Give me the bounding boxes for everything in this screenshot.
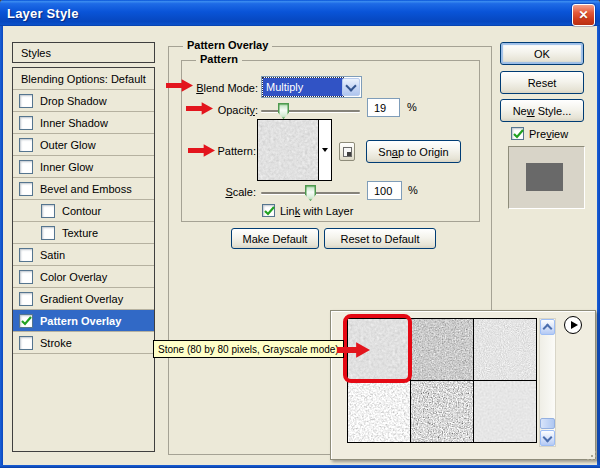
inner-shadow-checkbox[interactable] <box>19 116 33 130</box>
link-with-layer-checkbox[interactable] <box>262 204 275 217</box>
pattern-swatch-pale[interactable] <box>474 381 536 442</box>
pattern-swatch-dense-dark[interactable] <box>411 381 473 442</box>
chevron-down-icon <box>345 80 356 91</box>
opacity-input[interactable]: 19 <box>367 98 400 117</box>
window-title: Layer Style <box>7 6 79 21</box>
scroll-up-button[interactable] <box>540 319 555 335</box>
scale-unit: % <box>408 184 418 196</box>
new-preset-icon <box>343 147 352 157</box>
pattern-swatch-fine-light[interactable] <box>474 319 536 380</box>
scroll-up-icon <box>543 324 553 334</box>
resize-grip-icon[interactable] <box>587 451 589 453</box>
sidebar-item-label: Stroke <box>40 337 72 349</box>
sidebar-item-label: Bevel and Emboss <box>40 183 132 195</box>
picker-scrollbar[interactable] <box>539 318 556 447</box>
window-border-left <box>0 26 3 468</box>
pattern-swatch-rough-dark[interactable] <box>411 319 473 380</box>
new-pattern-preset-button[interactable] <box>339 142 355 161</box>
contour-checkbox[interactable] <box>41 204 55 218</box>
preview-label: Preview <box>529 128 568 140</box>
snap-to-origin-button[interactable]: Snap to Origin <box>366 140 461 163</box>
sidebar-item-stroke[interactable]: Stroke <box>13 332 154 354</box>
sidebar-item-outer-glow[interactable]: Outer Glow <box>13 134 154 156</box>
sidebar-item-pattern-overlay[interactable]: Pattern Overlay <box>13 310 154 332</box>
tooltip-text: Stone (80 by 80 pixels, Grayscale mode) <box>158 344 339 355</box>
blend-mode-value: Multiply <box>263 78 343 96</box>
pattern-picker-popup <box>330 310 596 460</box>
pattern-dropdown-button[interactable] <box>319 120 331 180</box>
sidebar-item-contour[interactable]: Contour <box>13 200 154 222</box>
sidebar-item-label: Pattern Overlay <box>40 315 121 327</box>
opacity-unit: % <box>407 101 417 113</box>
sidebar-item-drop-shadow[interactable]: Drop Shadow <box>13 90 154 112</box>
ok-button[interactable]: OK <box>500 42 584 65</box>
sidebar-item-inner-shadow[interactable]: Inner Shadow <box>13 112 154 134</box>
opacity-slider-track[interactable] <box>261 110 360 112</box>
sidebar-item-label: Satin <box>40 249 65 261</box>
check-icon <box>262 203 277 219</box>
scroll-down-icon <box>543 432 553 442</box>
scroll-down-button[interactable] <box>540 430 555 446</box>
opacity-label: Opacity: <box>170 104 258 116</box>
color-overlay-checkbox[interactable] <box>19 270 33 284</box>
styles-header: Styles <box>12 42 155 63</box>
sidebar-item-label: Inner Shadow <box>40 117 108 129</box>
pattern-swatch-grid <box>347 318 537 443</box>
link-with-layer-label: Link with Layer <box>280 205 353 217</box>
pattern-thumbnail <box>258 120 319 180</box>
pattern-group-title: Pattern <box>196 53 242 65</box>
flyout-arrow-icon <box>571 321 578 329</box>
styles-list: Blending Options: Default Drop Shadow In… <box>12 67 155 452</box>
scale-input[interactable]: 100 <box>367 181 402 200</box>
reset-button[interactable]: Reset <box>500 71 584 94</box>
outer-glow-checkbox[interactable] <box>19 138 33 152</box>
sidebar-item-color-overlay[interactable]: Color Overlay <box>13 266 154 288</box>
pattern-swatch-speckle[interactable] <box>348 381 410 442</box>
sidebar-item-inner-glow[interactable]: Inner Glow <box>13 156 154 178</box>
bevel-and-emboss-checkbox[interactable] <box>19 182 33 196</box>
sidebar-item-gradient-overlay[interactable]: Gradient Overlay <box>13 288 154 310</box>
sidebar-item-satin[interactable]: Satin <box>13 244 154 266</box>
sidebar-item-label: Contour <box>62 205 101 217</box>
make-default-button[interactable]: Make Default <box>231 228 319 249</box>
preview-thumbnail <box>508 146 585 209</box>
close-button[interactable]: ✕ <box>572 4 595 26</box>
opacity-slider-thumb[interactable] <box>278 103 289 119</box>
gradient-overlay-checkbox[interactable] <box>19 292 33 306</box>
close-icon: ✕ <box>578 9 588 21</box>
inner-glow-checkbox[interactable] <box>19 160 33 174</box>
scale-slider-thumb[interactable] <box>305 185 316 201</box>
sidebar-item-texture[interactable]: Texture <box>13 222 154 244</box>
reset-to-default-button[interactable]: Reset to Default <box>324 228 436 249</box>
check-icon <box>511 126 526 142</box>
pattern-tooltip: Stone (80 by 80 pixels, Grayscale mode) <box>153 340 344 358</box>
scale-slider[interactable] <box>261 185 360 202</box>
opacity-slider[interactable] <box>261 103 360 120</box>
blend-mode-dropdown-button[interactable] <box>342 78 360 96</box>
texture-checkbox[interactable] <box>41 226 55 240</box>
new-style-button[interactable]: New Style... <box>500 99 584 122</box>
pattern-overlay-checkbox[interactable] <box>19 314 33 328</box>
dropdown-arrow-icon <box>322 148 328 152</box>
pattern-well[interactable] <box>257 119 332 181</box>
sidebar-item-label: Texture <box>62 227 98 239</box>
scrollbar-thumb[interactable] <box>540 418 555 429</box>
satin-checkbox[interactable] <box>19 248 33 262</box>
stroke-checkbox[interactable] <box>19 336 33 350</box>
styles-header-label: Styles <box>21 47 51 59</box>
preview-checkbox[interactable] <box>511 127 524 140</box>
sidebar-item-bevel-and-emboss[interactable]: Bevel and Emboss <box>13 178 154 200</box>
blend-mode-select[interactable]: Multiply <box>261 76 362 98</box>
picker-menu-button[interactable] <box>564 316 582 334</box>
sidebar-item-label: Color Overlay <box>40 271 107 283</box>
sidebar-item-blending-options[interactable]: Blending Options: Default <box>13 68 154 90</box>
sidebar-item-label: Gradient Overlay <box>40 293 123 305</box>
titlebar[interactable]: Layer Style ✕ <box>0 0 600 26</box>
sidebar-item-label: Inner Glow <box>40 161 93 173</box>
preview-layer-square <box>526 163 563 191</box>
scale-label: Scale: <box>170 186 256 198</box>
pattern-overlay-group-title: Pattern Overlay <box>183 39 272 51</box>
sidebar-item-label: Blending Options: Default <box>21 73 146 85</box>
check-icon <box>19 313 34 329</box>
drop-shadow-checkbox[interactable] <box>19 94 33 108</box>
